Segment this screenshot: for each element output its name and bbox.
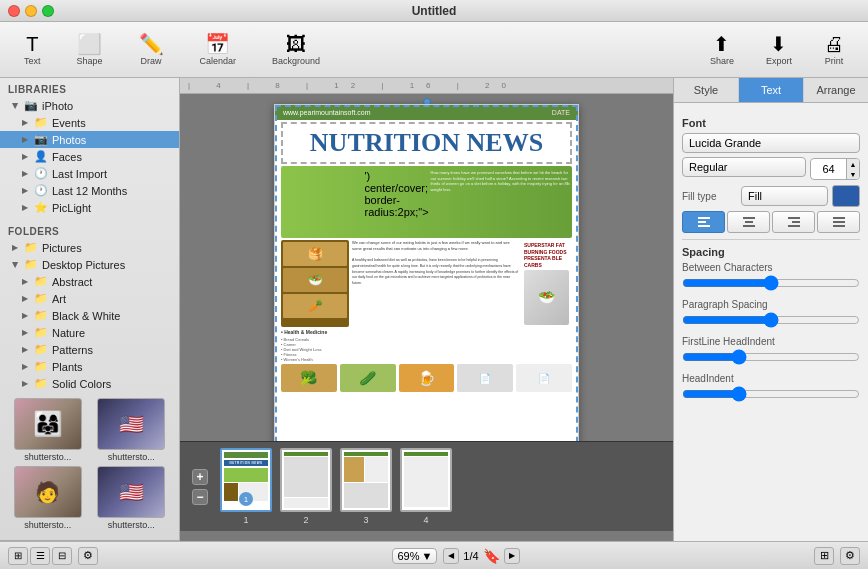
paragraph-spacing-label: Paragraph Spacing <box>682 299 860 310</box>
right-panel: Style Text Arrange Font Lucida Grande Re… <box>673 78 868 541</box>
tab-arrange[interactable]: Arrange <box>804 78 868 102</box>
share-button[interactable]: ⬆ Share <box>702 30 742 70</box>
sidebar-item-desktop-pictures[interactable]: ▶ 📁 Desktop Pictures <box>0 256 179 273</box>
between-chars-slider[interactable] <box>682 275 860 291</box>
align-justify-button[interactable] <box>817 211 860 233</box>
zoom-control[interactable]: 69% ▼ <box>392 548 437 564</box>
sidebar-item-last-import[interactable]: ▶ 🕐 Last Import <box>0 165 179 182</box>
sidebar-item-label: Last Import <box>52 168 107 180</box>
filmstrip-page-2[interactable]: 2 <box>280 448 332 525</box>
bottom-settings-button[interactable]: ⚙ <box>840 547 860 565</box>
bookmark-icon[interactable]: 🔖 <box>483 548 500 564</box>
print-button[interactable]: 🖨 Print <box>816 30 852 70</box>
sidebar-item-piclight[interactable]: ▶ ⭐ PicLight <box>0 199 179 216</box>
firstline-slider[interactable] <box>682 349 860 365</box>
filmstrip-page-3[interactable]: 3 <box>340 448 392 525</box>
toolbar-actions: ⬆ Share ⬇ Export 🖨 Print <box>702 30 852 70</box>
sidebar-item-art[interactable]: ▶ 📁 Art <box>0 290 179 307</box>
sidebar-item-iphoto[interactable]: ▶ 📷 iPhoto <box>0 97 179 114</box>
page-nav: ◀ 1/4 🔖 ▶ <box>443 548 519 564</box>
patterns-icon: 📁 <box>34 343 48 356</box>
sidebar-item-nature[interactable]: ▶ 📁 Nature <box>0 324 179 341</box>
draw-tool-button[interactable]: ✏️ Draw <box>131 30 172 70</box>
bottom-right-icon[interactable]: ⊞ <box>814 547 834 565</box>
view-detail-button[interactable]: ⊟ <box>52 547 72 565</box>
view-list-button[interactable]: ☰ <box>30 547 50 565</box>
font-size-arrows: ▲ ▼ <box>846 159 859 179</box>
expand-icon: ▶ <box>22 362 28 371</box>
thumbnail-3[interactable]: 🧑 shuttersto... <box>8 466 88 530</box>
sidebar-item-faces[interactable]: ▶ 👤 Faces <box>0 148 179 165</box>
font-style-select[interactable]: Regular <box>682 157 806 177</box>
sidebar-item-abstract[interactable]: ▶ 📁 Abstract <box>0 273 179 290</box>
svg-rect-2 <box>698 225 710 227</box>
zoom-out-button[interactable]: − <box>192 489 208 505</box>
tab-style[interactable]: Style <box>674 78 739 102</box>
filmstrip-thumb-2[interactable] <box>280 448 332 512</box>
sidebar-item-black-white[interactable]: ▶ 📁 Black & White <box>0 307 179 324</box>
svg-rect-9 <box>833 217 845 219</box>
font-size-field[interactable] <box>811 161 846 177</box>
thumbnail-1[interactable]: 👨‍👩‍👧 shuttersto... <box>8 398 88 462</box>
sidebar-item-photos[interactable]: ▶ 📷 Photos <box>0 131 179 148</box>
settings-button[interactable]: ⚙ <box>78 547 98 565</box>
desktop-pictures-icon: 📁 <box>24 258 38 271</box>
calendar-tool-button[interactable]: 📅 Calendar <box>192 30 245 70</box>
filmstrip-page-4[interactable]: 4 <box>400 448 452 525</box>
shape-tool-button[interactable]: ⬜ Shape <box>69 30 111 70</box>
font-size-input[interactable]: ▲ ▼ <box>810 158 860 180</box>
page-bottom-images: 🥦 🥒 🍺 📄 📄 <box>281 364 572 392</box>
sidebar-item-solid-colors[interactable]: ▶ 📁 Solid Colors <box>0 375 179 392</box>
expand-icon: ▶ <box>22 169 28 178</box>
maximize-button[interactable] <box>42 5 54 17</box>
align-center-button[interactable] <box>727 211 770 233</box>
nature-icon: 📁 <box>34 326 48 339</box>
prev-page-button[interactable]: ◀ <box>443 548 459 564</box>
view-grid-button[interactable]: ⊞ <box>8 547 28 565</box>
font-size-down[interactable]: ▼ <box>847 169 859 179</box>
filmstrip-thumb-3[interactable] <box>340 448 392 512</box>
background-tool-button[interactable]: 🖼 Background <box>264 30 328 70</box>
close-button[interactable] <box>8 5 20 17</box>
paragraph-spacing-slider[interactable] <box>682 312 860 328</box>
font-name-select[interactable]: Lucida Grande <box>682 133 860 153</box>
sidebar-item-pictures[interactable]: ▶ 📁 Pictures <box>0 239 179 256</box>
align-left-icon <box>698 217 710 227</box>
font-style-row: Regular ▲ ▼ <box>682 157 860 181</box>
thumbnail-grid: 👨‍👩‍👧 shuttersto... 🇺🇸 shuttersto... 🧑 s… <box>0 392 179 536</box>
sidebar-item-label: iPhoto <box>42 100 73 112</box>
filmstrip-thumb-1[interactable]: NUTRITION NEWS 1 <box>220 448 272 512</box>
expand-icon: ▶ <box>22 345 28 354</box>
export-button[interactable]: ⬇ Export <box>758 30 800 70</box>
font-size-up[interactable]: ▲ <box>847 159 859 169</box>
sidebar-item-label: Events <box>52 117 86 129</box>
sidebar-item-last-months[interactable]: ▶ 🕐 Last 12 Months <box>0 182 179 199</box>
fill-type-label: Fill type <box>682 191 737 202</box>
sidebar-item-label: Pictures <box>42 242 82 254</box>
traffic-lights[interactable] <box>8 5 54 17</box>
fill-type-select[interactable]: Fill <box>741 186 828 206</box>
align-justify-icon <box>833 217 845 227</box>
minimize-button[interactable] <box>25 5 37 17</box>
sidebar-item-plants[interactable]: ▶ 📁 Plants <box>0 358 179 375</box>
tab-text[interactable]: Text <box>739 78 804 102</box>
filmstrip-page-1[interactable]: NUTRITION NEWS 1 1 <box>220 448 272 525</box>
headindent-slider[interactable] <box>682 386 860 402</box>
text-tool-button[interactable]: T Text <box>16 30 49 70</box>
align-right-button[interactable] <box>772 211 815 233</box>
thumbnail-4[interactable]: 🇺🇸 shuttersto... <box>92 466 172 530</box>
align-left-button[interactable] <box>682 211 725 233</box>
share-label: Share <box>710 56 734 66</box>
filmstrip-thumb-4[interactable] <box>400 448 452 512</box>
zoom-in-button[interactable]: + <box>192 469 208 485</box>
next-page-button[interactable]: ▶ <box>504 548 520 564</box>
thumbnail-2[interactable]: 🇺🇸 shuttersto... <box>92 398 172 462</box>
filmstrip-zoom: + − <box>192 469 208 505</box>
page-title-text[interactable]: NUTRITION NEWS <box>281 122 572 164</box>
sidebar-item-label: Plants <box>52 361 83 373</box>
export-label: Export <box>766 56 792 66</box>
expand-icon: ▶ <box>22 294 28 303</box>
sidebar-item-patterns[interactable]: ▶ 📁 Patterns <box>0 341 179 358</box>
fill-color-swatch[interactable] <box>832 185 860 207</box>
sidebar-item-events[interactable]: ▶ 📁 Events <box>0 114 179 131</box>
